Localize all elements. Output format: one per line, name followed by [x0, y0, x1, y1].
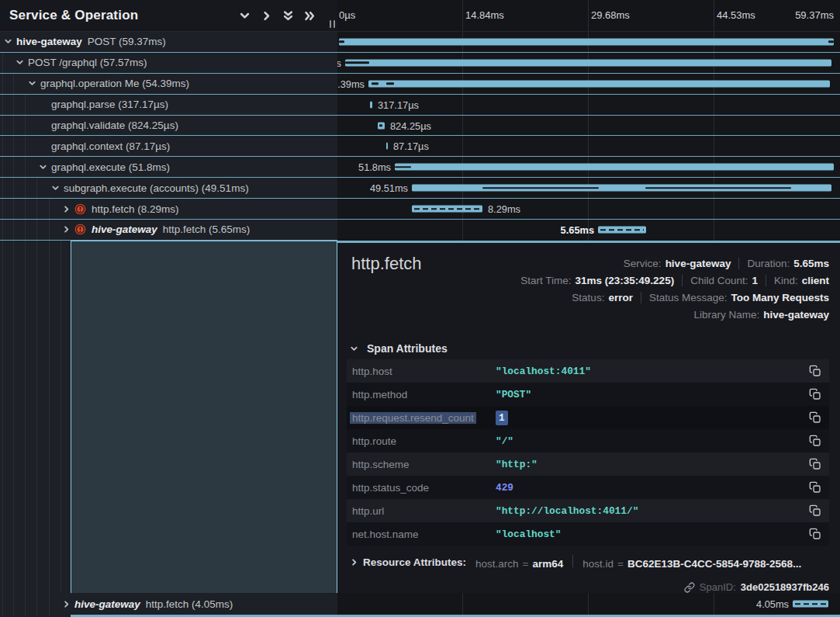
timeline-row[interactable]	[337, 32, 840, 53]
span-bar[interactable]	[370, 101, 372, 108]
tree-row[interactable]: graphql.execute (51.8ms)	[0, 157, 337, 178]
metadata-label: Library Name:	[693, 309, 759, 321]
timeline-row[interactable]: 49.51ms	[337, 178, 840, 199]
service-name: hive-gateway	[74, 598, 140, 610]
span-id-row: SpanID: 3de02518937fb246	[684, 581, 829, 593]
duration-label: 54.39ms	[337, 78, 365, 89]
tree-row[interactable]: POST /graphql (57.57ms)	[0, 53, 337, 74]
indent-guide	[2, 178, 3, 198]
divider	[682, 275, 683, 286]
timeline-row[interactable]: 824.25µs	[337, 116, 840, 137]
indent-guide	[13, 136, 14, 156]
timeline-row[interactable]: 8.29ms	[337, 199, 840, 220]
indent-guide	[25, 178, 26, 198]
tree-row[interactable]: graphql.validate (824.25µs)	[0, 116, 337, 137]
metadata-label: Start Time:	[520, 275, 571, 286]
indent-guide	[36, 241, 37, 617]
copy-button[interactable]	[809, 365, 821, 377]
indent-guide	[13, 157, 14, 177]
operation-label: graphql.execute (51.8ms)	[51, 161, 170, 173]
operation-label: POST (59.37ms)	[88, 36, 166, 47]
metadata-value: 31ms (23:35:49.225)	[576, 275, 675, 286]
span-bar[interactable]	[793, 601, 828, 608]
operation-label: graphql.context (87.17µs)	[51, 140, 170, 152]
operation-label: POST /graphql (57.57ms)	[28, 57, 147, 68]
attribute-key: http.url	[347, 505, 496, 517]
span-detail-panel: http.fetch Service:hive-gatewayDuration:…	[337, 243, 840, 593]
chevrons-down-icon[interactable]	[282, 10, 294, 22]
span-bar[interactable]	[378, 122, 385, 129]
selected-subtree-region[interactable]	[71, 241, 337, 593]
span-bar[interactable]	[368, 80, 830, 87]
duration-label: 317.17µs	[378, 99, 419, 110]
copy-button[interactable]	[809, 388, 821, 400]
duration-label: 8.29ms	[488, 203, 520, 215]
chevron-right-icon	[350, 558, 358, 567]
panel-resize-handle[interactable]	[330, 20, 335, 28]
duration-label: 5.65ms	[561, 224, 594, 236]
indent-guide	[13, 593, 14, 615]
timeline-row[interactable]: 51.8ms	[337, 157, 840, 178]
resource-key: host.id	[582, 558, 614, 570]
gridline	[462, 0, 463, 31]
indent-guide	[2, 95, 3, 115]
service-name: hive-gateway	[16, 36, 82, 47]
chevron-down-icon	[4, 37, 12, 46]
timeline-row[interactable]: 57.57ms	[337, 53, 840, 74]
span-bar[interactable]	[412, 185, 831, 192]
timeline-row[interactable]: 317.17µs	[337, 95, 840, 116]
tree-row[interactable]: hive-gatewayhttp.fetch (4.05ms)	[0, 593, 337, 615]
span-bar[interactable]	[395, 164, 834, 171]
tree-row[interactable]: hive-gatewayhttp.fetch (5.65ms)	[0, 220, 337, 241]
tree-row[interactable]: graphql.parse (317.17µs)	[0, 95, 337, 116]
tree-row[interactable]: hive-gatewayPOST (59.37ms)	[0, 32, 337, 53]
duration-label: 4.05ms	[756, 598, 789, 610]
attribute-row: net.host.name"localhost"	[347, 522, 829, 546]
resource-attributes-row[interactable]: Resource Attributes: host.arch=arm64host…	[350, 555, 801, 570]
tree-row[interactable]: http.fetch (8.29ms)	[0, 199, 337, 220]
indent-guide	[25, 593, 26, 615]
span-title: http.fetch	[351, 254, 422, 274]
span-bar[interactable]	[339, 38, 834, 45]
divider	[572, 555, 573, 567]
timeline-row[interactable]: 54.39ms	[337, 74, 840, 95]
attribute-row: http.route"/"	[347, 429, 829, 452]
span-id-label: SpanID:	[700, 581, 736, 593]
copy-button[interactable]	[809, 458, 821, 470]
attribute-key: http.status_code	[347, 482, 496, 494]
timeline-rows: 57.57ms54.39ms317.17µs824.25µs87.17µs51.…	[337, 32, 840, 241]
indent-guides	[0, 241, 71, 617]
span-attributes-header[interactable]: Span Attributes	[350, 342, 448, 355]
copy-button[interactable]	[809, 411, 821, 424]
tree-row[interactable]: graphql.context (87.17µs)	[0, 136, 337, 157]
chevrons-right-icon[interactable]	[304, 10, 316, 22]
duration-label: 51.8ms	[358, 161, 391, 173]
attribute-key: http.scheme	[347, 459, 496, 470]
tree-row[interactable]: graphql.operation Me (54.39ms)	[0, 74, 337, 95]
link-icon[interactable]	[684, 582, 695, 593]
chevron-right-icon[interactable]	[261, 10, 272, 22]
span-bar[interactable]	[345, 59, 831, 66]
attribute-value: "/"	[496, 435, 513, 447]
copy-button[interactable]	[809, 504, 821, 517]
copy-button[interactable]	[809, 481, 821, 494]
bottom-timeline-row[interactable]: 4.05ms	[337, 593, 840, 615]
attribute-key: http.route	[347, 435, 496, 447]
span-bar[interactable]	[412, 206, 482, 213]
timeline-row[interactable]: 5.65ms	[337, 220, 840, 241]
span-bar[interactable]	[386, 143, 388, 150]
copy-button[interactable]	[809, 435, 821, 447]
tree-row[interactable]: subgraph.execute (accounts) (49.51ms)	[0, 178, 337, 199]
indent-guide	[25, 116, 26, 136]
timeline-row[interactable]: 87.17µs	[337, 136, 840, 157]
equals-sign: =	[523, 558, 529, 570]
metadata-label: Duration:	[747, 258, 790, 269]
chevron-down-icon[interactable]	[239, 10, 251, 22]
span-bar[interactable]	[598, 227, 646, 234]
operation-label: graphql.validate (824.25µs)	[51, 120, 178, 131]
resource-attributes-title: Resource Attributes:	[363, 556, 466, 568]
attribute-value: 1	[496, 412, 508, 424]
metadata-value: 5.65ms	[793, 258, 829, 269]
metadata-value: 1	[752, 275, 758, 286]
copy-button[interactable]	[809, 528, 821, 540]
